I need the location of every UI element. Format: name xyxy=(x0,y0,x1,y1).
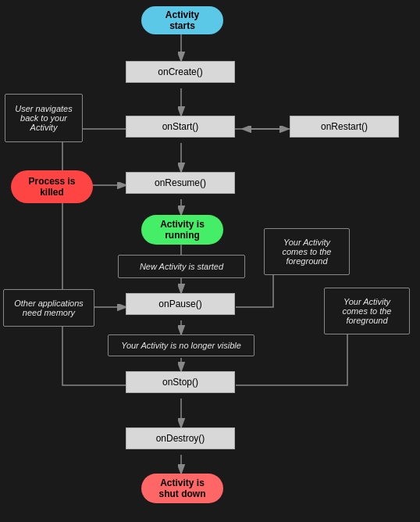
on-pause-node: onPause() xyxy=(126,293,235,315)
activity-running-node: Activity is running xyxy=(141,215,223,245)
activity-shutdown-node: Activity is shut down xyxy=(141,474,223,503)
on-resume-node: onResume() xyxy=(126,172,235,194)
on-start-node: onStart() xyxy=(126,116,235,138)
on-restart-node: onRestart() xyxy=(290,116,399,138)
activity-comes-foreground-2-label: Your Activity comes to the foreground xyxy=(324,288,410,334)
activity-comes-foreground-1-label: Your Activity comes to the foreground xyxy=(264,228,350,275)
process-killed-label: Process is killed xyxy=(11,170,93,203)
activity-starts-node: Activity starts xyxy=(141,6,223,34)
on-stop-node: onStop() xyxy=(126,371,235,393)
user-navigates-back-label: User navigates back to your Activity xyxy=(5,94,83,142)
activity-no-longer-visible-label: Your Activity is no longer visible xyxy=(108,334,254,356)
other-apps-memory-label: Other applications need memory xyxy=(3,289,94,327)
on-destroy-node: onDestroy() xyxy=(126,427,235,449)
on-create-node: onCreate() xyxy=(126,61,235,83)
lifecycle-diagram: Activity starts onCreate() onStart() onR… xyxy=(0,0,420,522)
new-activity-started-label: New Activity is started xyxy=(118,255,245,278)
